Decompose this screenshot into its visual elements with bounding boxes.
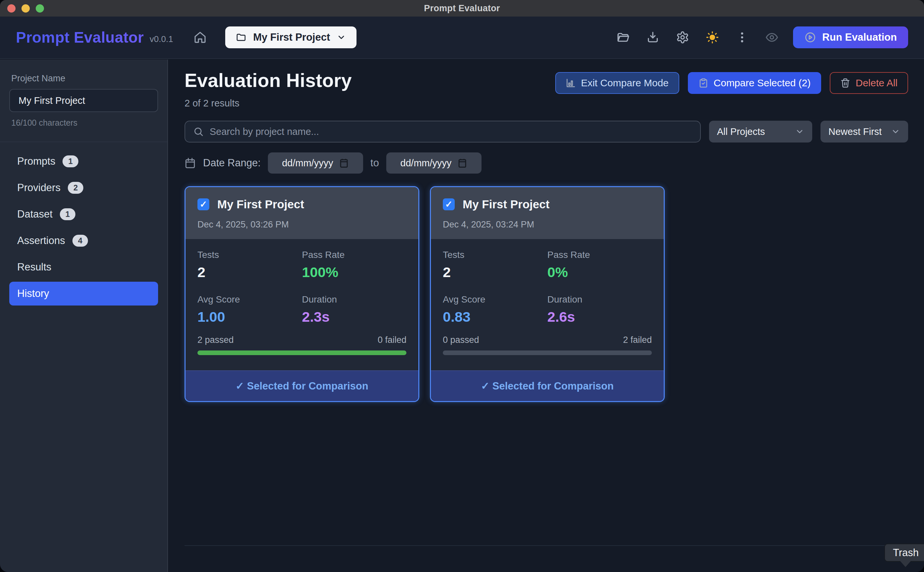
avg-score-value: 0.83 <box>443 309 547 325</box>
date-to-value: dd/mm/yyyy <box>400 158 452 169</box>
chevron-down-icon <box>891 127 900 136</box>
tests-label: Tests <box>443 250 547 260</box>
sidebar-item-prompts[interactable]: Prompts 1 <box>9 149 158 173</box>
failed-count: 2 failed <box>623 335 652 345</box>
search-box <box>185 121 701 143</box>
sidebar-item-dataset[interactable]: Dataset 1 <box>9 202 158 226</box>
char-count: 16/100 characters <box>11 118 156 127</box>
exit-compare-mode-button[interactable]: Exit Compare Mode <box>555 72 679 94</box>
sidebar-item-assertions[interactable]: Assertions 4 <box>9 229 158 253</box>
compare-checkbox[interactable]: ✓ <box>198 198 209 210</box>
date-to-input[interactable]: dd/mm/yyyy <box>386 152 482 174</box>
import-download-icon[interactable] <box>646 31 660 44</box>
pass-progress-fill <box>198 350 406 355</box>
duration-label: Duration <box>547 294 652 305</box>
calendar-picker-icon[interactable] <box>457 158 467 168</box>
nav-label: Results <box>17 261 51 273</box>
pass-rate-value: 0% <box>547 264 652 280</box>
pass-rate-value: 100% <box>302 264 406 280</box>
compare-selected-button[interactable]: Compare Selected (2) <box>688 72 821 94</box>
dock-tooltip-trash: Trash <box>884 544 924 562</box>
project-filter-value: All Projects <box>717 126 765 137</box>
passed-count: 2 passed <box>198 335 234 345</box>
date-range-separator: to <box>370 157 379 169</box>
sort-filter-value: Newest First <box>828 126 882 137</box>
sidebar-item-providers[interactable]: Providers 2 <box>9 176 158 200</box>
project-name-label: Project Name <box>11 73 158 84</box>
search-input[interactable] <box>210 126 692 137</box>
zoom-window-button[interactable] <box>36 4 44 12</box>
main-content: Evaluation History 2 of 2 results Exit C… <box>169 59 924 572</box>
page-title: Evaluation History <box>185 70 352 91</box>
compare-checkbox[interactable]: ✓ <box>443 198 455 210</box>
sidebar-item-history[interactable]: History <box>9 282 158 306</box>
sidebar-item-results[interactable]: Results <box>9 255 158 279</box>
tests-value: 2 <box>198 264 302 280</box>
window-title: Prompt Evaluator <box>424 3 500 14</box>
clipboard-check-icon <box>698 78 708 88</box>
count-badge: 1 <box>62 155 78 167</box>
kebab-menu-icon[interactable] <box>736 31 749 44</box>
failed-count: 0 failed <box>378 335 406 345</box>
count-badge: 2 <box>68 182 83 194</box>
results-count: 2 of 2 results <box>185 98 352 109</box>
project-name-input[interactable] <box>9 89 158 112</box>
play-circle-icon <box>804 31 816 43</box>
chevron-down-icon <box>795 127 804 136</box>
history-card-list: ✓ My First Project Dec 4, 2025, 03:26 PM… <box>185 186 908 402</box>
bar-chart-icon <box>566 78 576 88</box>
card-header: ✓ My First Project Dec 4, 2025, 03:26 PM <box>185 187 418 239</box>
trash-icon <box>840 78 850 88</box>
avg-score-label: Avg Score <box>443 294 547 305</box>
eye-icon[interactable] <box>765 31 778 44</box>
project-filter-select[interactable]: All Projects <box>709 121 812 143</box>
date-range-label: Date Range: <box>203 157 261 169</box>
open-folder-icon[interactable] <box>616 31 630 44</box>
dock-tooltip-label: Trash <box>893 547 919 559</box>
minimize-window-button[interactable] <box>22 4 30 12</box>
macos-titlebar: Prompt Evaluator <box>0 0 924 17</box>
pass-progress-track <box>198 350 406 355</box>
project-selector-label: My First Project <box>253 31 330 43</box>
run-evaluation-button[interactable]: Run Evaluation <box>793 26 908 48</box>
delete-all-label: Delete All <box>856 78 898 89</box>
search-icon <box>193 126 204 137</box>
folder-icon <box>236 32 246 43</box>
settings-gear-icon[interactable] <box>676 31 689 44</box>
tests-value: 2 <box>443 264 547 280</box>
delete-all-button[interactable]: Delete All <box>830 72 908 94</box>
footer-divider <box>185 545 924 546</box>
duration-value: 2.6s <box>547 309 652 325</box>
history-card[interactable]: ✓ My First Project Dec 4, 2025, 03:24 PM… <box>430 186 665 402</box>
sort-filter-select[interactable]: Newest First <box>820 121 908 143</box>
run-evaluation-label: Run Evaluation <box>822 31 897 43</box>
card-timestamp: Dec 4, 2025, 03:24 PM <box>443 219 652 230</box>
date-from-input[interactable]: dd/mm/yyyy <box>268 152 363 174</box>
version-label: v0.0.1 <box>150 34 173 44</box>
selected-for-comparison-banner: ✓ Selected for Comparison <box>431 370 664 401</box>
home-icon[interactable] <box>193 31 207 44</box>
pass-rate-label: Pass Rate <box>302 250 406 260</box>
nav-label: Prompts <box>17 155 55 167</box>
theme-sun-icon[interactable] <box>706 31 719 44</box>
count-badge: 4 <box>72 235 88 247</box>
sidebar-divider <box>0 141 167 142</box>
app-window: Prompt Evaluator Prompt Evaluator v0.0.1… <box>0 0 924 572</box>
calendar-picker-icon[interactable] <box>339 158 349 168</box>
nav-label: Dataset <box>17 208 53 220</box>
compare-selected-label: Compare Selected (2) <box>714 78 810 89</box>
count-badge: 1 <box>60 208 75 220</box>
history-card[interactable]: ✓ My First Project Dec 4, 2025, 03:26 PM… <box>185 186 419 402</box>
calendar-icon <box>185 157 196 169</box>
project-selector-dropdown[interactable]: My First Project <box>225 26 356 48</box>
avg-score-value: 1.00 <box>198 309 302 325</box>
pass-rate-label: Pass Rate <box>547 250 652 260</box>
date-from-value: dd/mm/yyyy <box>282 158 333 169</box>
card-timestamp: Dec 4, 2025, 03:26 PM <box>198 219 406 230</box>
card-title: My First Project <box>463 198 550 211</box>
duration-label: Duration <box>302 294 406 305</box>
close-window-button[interactable] <box>7 4 16 12</box>
tests-label: Tests <box>198 250 302 260</box>
nav-label: History <box>17 288 49 300</box>
card-body: Tests 2 Pass Rate 0% Avg Score 0.83 Dura… <box>431 239 664 370</box>
